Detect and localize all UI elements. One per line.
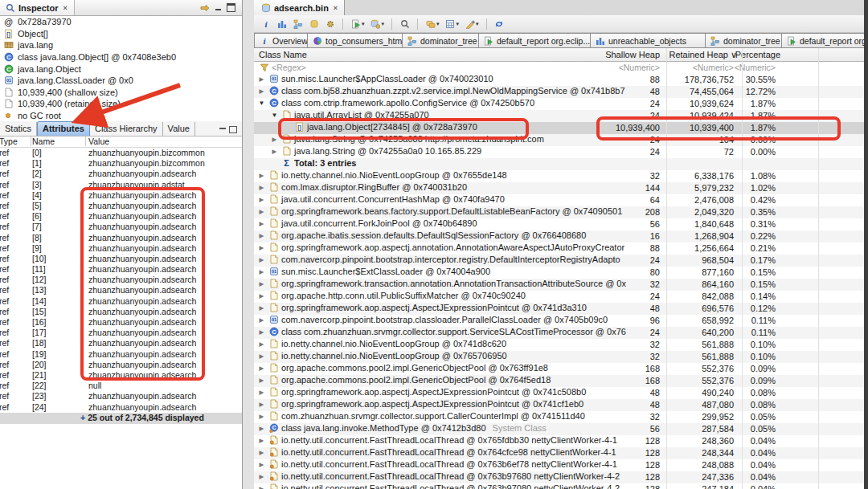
heap-row[interactable]: ▶01sun.misc.Launcher$ExtClassLoader @ 0x… [254,267,864,279]
expander-icon[interactable]: ▶ [257,280,266,287]
result-tab-default-report-org-eclip[interactable]: default_report org.eclip [782,33,868,48]
chevron-down-icon[interactable]: ▾ [436,21,440,27]
heap-row[interactable]: ▶com.lmax.disruptor.RingBuffer @ 0x74003… [254,182,864,194]
minimize-icon[interactable] [219,126,226,132]
minimize-icon[interactable] [215,4,222,11]
close-icon[interactable]: × [63,4,68,12]
heap-row[interactable]: ▶Cclass com.bj58.zhuanzhuan.zzpt.v2.serv… [254,86,864,98]
expander-icon[interactable]: ▶ [257,437,266,444]
inspector-tab[interactable]: Inspector × [0,0,75,15]
result-tab-overview[interactable]: iOverview [254,33,308,48]
expander-icon[interactable]: ▶ [257,196,266,203]
heap-row[interactable]: ▶org.springframework.aop.aspectj.AspectJ… [254,303,864,315]
heap-row[interactable]: ▶io.netty.util.concurrent.FastThreadLoca… [254,459,864,471]
expander-icon[interactable]: ▶ [257,352,266,360]
attribute-row[interactable]: ref[1]zhuanzhuanyoupin.bizcommon [0,158,242,169]
heap-row[interactable]: ▶io.netty.util.concurrent.FastThreadLoca… [254,447,864,459]
attribute-row[interactable]: ref[0]zhuanzhuanyoupin.bizcommon [0,148,242,158]
expander-icon[interactable]: ▶ [257,256,266,263]
expander-icon[interactable]: ▶ [257,365,266,372]
heap-row[interactable]: ▶01sun.misc.Launcher$AppClassLoader @ 0x… [254,74,864,86]
link-with-editor-icon[interactable] [199,3,210,13]
column-header-name[interactable]: Name [32,137,86,146]
expander-icon[interactable]: ▶ [257,232,266,239]
column-header-class-name[interactable]: Class Name [259,50,307,59]
expander-icon[interactable]: ▶ [257,328,266,336]
expander-icon[interactable]: ▶ [257,389,266,396]
heap-row[interactable]: ▶java.lang.String @ 0x74255a088 http://p… [254,134,864,146]
inspector-line[interactable]: @0x728a73970 [0,16,242,28]
maximize-icon[interactable] [229,126,237,133]
expander-icon[interactable]: ▶ [257,75,266,83]
attribute-row[interactable]: ref[21]zhuanzhuanyoupin.adsearch [0,370,242,381]
attribute-row[interactable]: ref[14]zhuanzhuanyoupin.adsearch [0,296,242,307]
attribute-row[interactable]: ref[20]zhuanzhuanyoupin.adsearch [0,360,242,370]
heap-row[interactable]: ▶io.netty.channel.nio.NioEventLoopGroup … [254,339,864,351]
calculator-button[interactable]: ▾ [445,19,460,29]
heap-row[interactable]: ▶com.zhuanzhuan.srvmgr.collector.support… [254,411,864,423]
attribute-row[interactable]: ref[16]zhuanzhuanyoupin.adsearch [0,317,242,328]
editor-tab-adsearch[interactable]: adsearch.bin × [254,0,345,15]
attribute-row[interactable]: ref[9]zhuanzhuanyoupin.adsearch [0,243,242,254]
attribute-row[interactable]: ref[11]zhuanzhuanyoupin.adsearch [0,264,242,275]
expander-icon[interactable]: ▶ [257,184,266,191]
expander-icon[interactable]: ▶ [257,485,266,489]
settings-button[interactable] [325,19,335,29]
result-tab-top-consumers-html[interactable]: top_consumers_html [308,33,403,48]
tab-attributes[interactable]: Attributes [37,121,90,136]
chevron-down-icon[interactable]: ▾ [476,21,479,27]
expander-icon[interactable]: ▶ [257,304,266,312]
heap-row[interactable]: ▶io.netty.util.concurrent.FastThreadLoca… [254,471,864,483]
oql-button[interactable] [309,19,319,29]
search-button[interactable] [399,19,410,29]
attribute-row[interactable]: ref[18]zhuanzhuanyoupin.adsearch [0,338,242,348]
heap-row[interactable]: ▶org.apache.commons.pool2.impl.GenericOb… [254,363,864,375]
heap-row[interactable]: ▶java.util.concurrent.ForkJoinPool @ 0x7… [254,218,864,230]
result-tab-dominator-tree[interactable]: dominator_tree [403,33,479,48]
expander-icon[interactable]: ▶ [257,172,266,179]
attribute-row[interactable]: ref[12]zhuanzhuanyoupin.adsearch [0,275,242,285]
chevron-down-icon[interactable]: ▾ [362,21,365,27]
expander-icon[interactable]: ▶ [257,316,266,324]
run-report-button[interactable]: ▾ [350,19,365,29]
inspector-line[interactable]: 10,939,400 (retained size) [0,98,242,110]
inspector-line[interactable]: []Object[] [0,28,242,40]
sync-button[interactable] [494,19,505,29]
heap-row[interactable]: ▶io.netty.util.concurrent.FastThreadLoca… [254,435,864,447]
expander-icon[interactable]: ▶ [257,244,266,251]
attribute-row[interactable]: ref[23]zhuanzhuanyoupin.adsearch [0,391,242,401]
expander-icon[interactable]: ▼ [270,112,279,119]
maximize-icon[interactable] [227,3,235,12]
attribute-row[interactable]: ref[13]zhuanzhuanyoupin.adsearch [0,285,242,295]
heap-row[interactable]: ▶com.navercorp.pinpoint.bootstrap.interc… [254,255,864,267]
inspector-line[interactable]: Cjava.lang.Object [0,63,242,75]
result-tab-unreachable-objects[interactable]: unreachable_objects [591,33,706,48]
inspector-line[interactable]: Cclass java.lang.Object[] @ 0x7408e3eb0 [0,51,242,63]
heap-row[interactable]: ▶Cclass java.lang.invoke.MethodType @ 0x… [254,423,864,435]
heap-row[interactable]: ▶io.netty.channel.nio.NioEventLoopGroup … [254,170,864,182]
attribute-row[interactable]: ref[5]zhuanzhuanyoupin.adsearch [0,201,242,211]
expander-icon[interactable]: ▶ [257,88,266,95]
inspector-line[interactable]: no GC root [0,110,242,122]
expand-more-icon[interactable]: + [80,413,85,422]
heap-row[interactable]: ▶org.apache.commons.pool2.impl.GenericOb… [254,375,864,387]
result-tab-dominator-tree[interactable]: dominator_tree [706,33,782,48]
heap-row[interactable]: ▶org.apache.ibatis.session.defaults.Defa… [254,230,864,242]
heap-row[interactable]: ▶java.lang.String @ 0x74255a0a0 10.165.8… [254,146,864,158]
column-header-value[interactable]: Value [88,137,109,146]
heap-row[interactable]: ▶01com.navercorp.pinpoint.bootstrap.clas… [254,315,864,327]
expander-icon[interactable]: ▶ [257,208,266,215]
query-browser-button[interactable]: ▾ [371,19,385,29]
expander-icon[interactable]: ▶ [257,449,266,456]
chevron-down-icon[interactable]: ▾ [382,21,385,27]
heap-row[interactable]: []java.lang.Object[2734845] @ 0x728a7397… [254,122,864,134]
inspector-line[interactable]: 10,939,400 (shallow size) [0,87,242,99]
heap-row[interactable]: ▶io.netty.channel.nio.NioEventLoopGroup … [254,351,864,363]
histogram-button[interactable] [276,19,287,29]
expander-icon[interactable]: ▶ [257,425,266,432]
expander-icon[interactable]: ▶ [257,401,266,408]
expander-icon[interactable]: ▶ [257,268,266,275]
expander-icon[interactable]: ▶ [257,292,266,300]
inspector-line[interactable]: 01java.lang.ClassLoader @ 0x0 [0,75,242,87]
attribute-row[interactable]: ref[6]zhuanzhuanyoupin.adsearch [0,211,242,222]
